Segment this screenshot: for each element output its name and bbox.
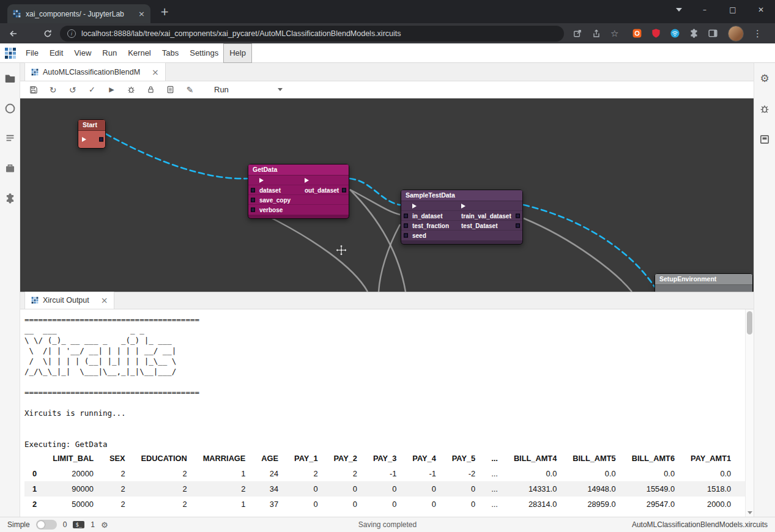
bookmark-star-icon[interactable]: ☆ [610, 28, 618, 39]
sampletest-in-flow-port[interactable] [412, 204, 417, 209]
output-tab-close-icon[interactable]: × [101, 295, 108, 305]
right-sidebar: ⚙ [754, 63, 775, 517]
site-info-icon[interactable]: i [67, 29, 76, 38]
debugger-bug-icon[interactable] [758, 102, 771, 116]
node-setupenvironment[interactable]: SetupEnvironment [654, 273, 753, 292]
df-cell: 0.0 [506, 466, 565, 481]
sampletest-port-test-dataset[interactable]: test_Dataset [461, 222, 497, 229]
output-tab[interactable]: Xircuit Output × [24, 290, 114, 309]
port-connector[interactable] [516, 213, 520, 218]
extension-blue-icon[interactable] [670, 28, 680, 39]
tab-search-chevron-icon[interactable] [676, 8, 682, 12]
open-tabs-icon[interactable] [758, 133, 771, 146]
ublock-shield-icon[interactable] [651, 28, 661, 39]
terminal-count[interactable]: 0 [63, 520, 67, 529]
getdata-port-out-dataset[interactable]: out_dataset [305, 187, 339, 193]
undo-button[interactable]: ↺ [67, 84, 78, 95]
kernel-count[interactable]: 1 [91, 520, 95, 529]
df-col-header: ... [483, 451, 506, 466]
extensions-puzzle-icon[interactable] [689, 28, 699, 39]
menu-edit[interactable]: Edit [44, 44, 69, 62]
df-col-header: PAY_AMT1 [683, 451, 739, 466]
port-connector[interactable] [251, 188, 255, 192]
df-col-header: PAY_1 [286, 451, 325, 466]
table-row: 1900002223400000...14331.014948.015549.0… [24, 481, 754, 497]
share-icon[interactable] [591, 29, 601, 39]
start-out-connector[interactable] [99, 138, 103, 142]
table-row: 2500002213700000...28314.028959.029547.0… [24, 497, 754, 512]
sampletest-port-seed[interactable]: seed [412, 232, 426, 239]
node-getdata[interactable]: GetData dataset out_dataset save_copy ve… [248, 164, 349, 219]
menu-tabs[interactable]: Tabs [157, 44, 184, 62]
menu-kernel[interactable]: Kernel [122, 44, 157, 62]
output-scrollbar[interactable] [745, 309, 754, 517]
menu-run[interactable]: Run [97, 44, 122, 62]
new-tab-button[interactable]: + [158, 6, 171, 18]
compile-check-button[interactable]: ✓ [87, 84, 97, 95]
getdata-in-flow-port[interactable] [259, 178, 264, 183]
run-type-select[interactable]: Run [214, 83, 283, 97]
lock-button[interactable] [146, 84, 156, 95]
port-connector[interactable] [251, 208, 255, 212]
browser-url-bar: i localhost:8888/lab/tree/xai_components… [0, 23, 775, 43]
simple-mode-toggle[interactable] [36, 520, 57, 530]
sampletest-port-in-dataset[interactable]: in_dataset [412, 212, 442, 219]
df-cell: 1 [195, 497, 254, 512]
browser-tab[interactable]: xai_components/ - JupyterLab × [7, 4, 150, 23]
flow-link-start-getdata [106, 134, 247, 179]
file-browser-icon[interactable] [3, 72, 17, 85]
reload-from-disk-button[interactable]: ↻ [48, 84, 58, 95]
sampletest-out-flow-port[interactable] [461, 204, 465, 209]
scrollbar-thumb[interactable] [747, 311, 752, 334]
browser-tab-close-icon[interactable]: × [138, 9, 145, 18]
browser-menu-icon[interactable]: ⋮ [752, 28, 762, 39]
url-input[interactable]: i localhost:8888/lab/tree/xai_components… [60, 26, 564, 42]
getdata-port-verbose[interactable]: verbose [259, 207, 283, 213]
getdata-out-flow-port[interactable] [305, 178, 309, 183]
profile-avatar[interactable] [728, 26, 744, 42]
menu-view[interactable]: View [69, 44, 97, 62]
sampletest-port-test-fraction[interactable]: test_fraction [412, 222, 449, 229]
node-start[interactable]: Start [78, 119, 106, 149]
maximize-button[interactable]: □ [719, 0, 747, 20]
sampletest-port-train-val-dataset[interactable]: train_val_dataset [461, 212, 511, 219]
log-button[interactable] [165, 84, 176, 95]
save-button[interactable] [28, 84, 39, 95]
back-button[interactable] [5, 25, 22, 42]
df-body: 0200002212422-1-1-2...0.00.00.00.0689.00… [24, 466, 754, 512]
port-connector[interactable] [251, 198, 255, 202]
node-sampletestdata[interactable]: SampleTestData in_dataset train_val_data… [401, 190, 523, 245]
getdata-port-dataset[interactable]: dataset [259, 187, 281, 193]
menu-help[interactable]: Help [224, 44, 251, 62]
start-out-flow-port[interactable] [82, 137, 86, 142]
port-connector[interactable] [404, 223, 408, 227]
reload-button[interactable] [39, 25, 56, 42]
table-of-contents-icon[interactable] [3, 131, 17, 145]
port-connector[interactable] [404, 234, 408, 238]
menu-file[interactable]: File [20, 44, 44, 62]
xircuits-canvas[interactable]: Start GetData dataset out_dataset save_c… [20, 98, 754, 292]
editor-toolbar: ↻ ↺ ✓ ▶ ✎ Run [20, 81, 754, 98]
debug-button[interactable] [126, 84, 136, 95]
close-window-button[interactable]: ✕ [747, 0, 775, 20]
getdata-port-save-copy[interactable]: save_copy [259, 196, 291, 203]
extension-manager-icon[interactable] [3, 191, 17, 205]
port-connector[interactable] [516, 223, 520, 227]
scrollbar-down-arrow-icon[interactable] [747, 511, 752, 514]
run-xircuit-button[interactable]: ▶ [106, 84, 117, 95]
menu-settings[interactable]: Settings [184, 44, 224, 62]
open-in-window-icon[interactable] [573, 29, 582, 39]
property-inspector-gear-icon[interactable]: ⚙ [758, 72, 771, 85]
editor-tab[interactable]: AutoMLClassificationBlendM × [24, 62, 166, 81]
editor-tab-close-icon[interactable]: × [152, 67, 159, 77]
component-tray-icon[interactable] [3, 161, 17, 175]
port-connector[interactable] [404, 213, 408, 218]
edit-pencil-button[interactable]: ✎ [185, 84, 195, 95]
minimize-button[interactable]: – [691, 0, 719, 20]
side-panel-icon[interactable] [708, 28, 718, 39]
df-cell: 90000 [45, 481, 102, 497]
port-connector[interactable] [342, 188, 346, 192]
running-kernels-icon[interactable] [3, 102, 17, 115]
extension-orange-icon[interactable] [632, 28, 642, 39]
forward-button[interactable] [22, 25, 39, 42]
